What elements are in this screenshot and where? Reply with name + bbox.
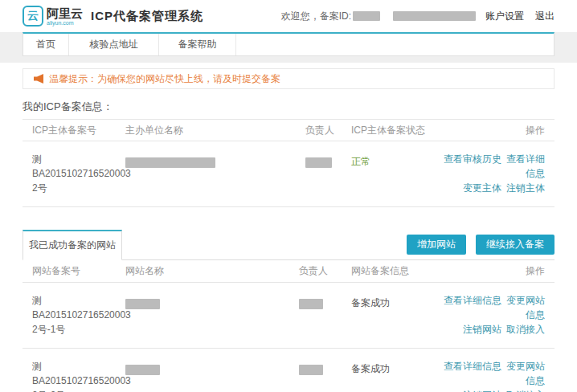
app-header: 云 阿里云 aliyun.com ICP代备案管理系统 欢迎您，备案ID: 账户… <box>0 0 577 32</box>
site-status: 备案成功 <box>351 359 440 376</box>
site-name-cell <box>125 293 299 309</box>
subject-record-no: 测BA20151027165200032号 <box>23 152 125 195</box>
brand-text: 阿里云 aliyun.com <box>47 7 83 26</box>
col-operations: 操作 <box>440 264 554 278</box>
nav-item-home[interactable]: 首页 <box>23 34 69 55</box>
main-nav: 首页 核验点地址 备案帮助 <box>23 32 554 56</box>
site-actions: 查看详细信息变更网站信息注销网站取消接入 <box>440 359 554 392</box>
brand-name: 阿里云 <box>47 7 83 19</box>
change-site-info-link[interactable]: 变更网站信息 <box>506 295 545 321</box>
record-no-line: 测BA2015102716520003 <box>32 359 125 388</box>
redacted-person-name <box>305 157 332 168</box>
redacted-site-name <box>125 299 160 309</box>
subject-actions: 查看审核历史查看详细信息变更主体注销主体 <box>440 152 554 195</box>
redacted-account-name <box>393 11 476 21</box>
record-no-line: 2号-2号 <box>32 388 125 392</box>
person-cell <box>299 359 351 375</box>
continue-access-filing-button[interactable]: 继续接入备案 <box>476 235 554 255</box>
col-organizer-name: 主办单位名称 <box>125 124 305 137</box>
site-record-no: 测BA20151027165200032号-1号 <box>23 293 125 337</box>
nav-item-filing-help[interactable]: 备案帮助 <box>159 34 236 55</box>
cancel-subject-link[interactable]: 注销主体 <box>506 182 545 194</box>
site-actions: 查看详细信息变更网站信息注销网站取消接入 <box>440 293 554 337</box>
aliyun-logo-icon: 云 <box>23 6 43 27</box>
subject-row: 测BA20151027165200032号 正常 查看审核历史查看详细信息变更主… <box>23 141 554 207</box>
notice-bar: 温馨提示：为确保您的网站尽快上线，请及时提交备案 <box>23 68 554 89</box>
col-operations: 操作 <box>440 124 554 137</box>
organizer-name-cell <box>125 152 305 168</box>
sites-table: 网站备案号 网站名称 负责人 网站备案信息 操作 测BA201510271652… <box>23 260 554 392</box>
page-title: ICP代备案管理系统 <box>91 9 203 24</box>
redacted-backup-id <box>353 11 380 21</box>
subject-table: ICP主体备案号 主办单位名称 负责人 ICP主体备案状态 操作 测BA2015… <box>23 119 554 207</box>
col-site-record-no: 网站备案号 <box>23 264 125 278</box>
view-details-link[interactable]: 查看详细信息 <box>506 153 545 179</box>
sites-table-header: 网站备案号 网站名称 负责人 网站备案信息 操作 <box>23 260 554 283</box>
redacted-site-name <box>125 365 160 375</box>
megaphone-icon <box>33 73 44 84</box>
header-right: 欢迎您，备案ID: 账户设置 退出 <box>281 10 554 23</box>
notice-text: 温馨提示：为确保您的网站尽快上线，请及时提交备案 <box>49 72 280 86</box>
cancel-site-link[interactable]: 注销网站 <box>463 324 501 335</box>
cancel-access-link[interactable]: 取消接入 <box>506 324 545 335</box>
aliyun-brand[interactable]: 云 阿里云 aliyun.com <box>23 6 83 27</box>
col-person-in-charge: 负责人 <box>299 264 351 278</box>
person-cell <box>305 152 351 168</box>
sites-tabs-row: 我已成功备案的网站 增加网站 继续接入备案 <box>23 230 554 260</box>
record-no-line: 2号-1号 <box>32 322 125 337</box>
site-record-no: 测BA20151027165200032号-2号 <box>23 359 125 392</box>
subject-status-badge: 正常 <box>351 152 440 169</box>
welcome-text: 欢迎您，备案ID: <box>281 10 351 23</box>
brand-domain: aliyun.com <box>47 20 83 26</box>
nav-item-verification-address[interactable]: 核验点地址 <box>69 34 159 55</box>
view-details-link[interactable]: 查看详细信息 <box>444 295 501 306</box>
change-subject-link[interactable]: 变更主体 <box>463 182 501 194</box>
col-site-name: 网站名称 <box>125 264 299 278</box>
tab-successful-sites[interactable]: 我已成功备案的网站 <box>23 230 122 260</box>
col-subject-status: ICP主体备案状态 <box>351 124 440 137</box>
record-no-line: 测BA2015102716520003 <box>32 152 125 181</box>
add-website-button[interactable]: 增加网站 <box>407 235 466 255</box>
site-name-cell <box>125 359 299 375</box>
record-no-line: 测BA2015102716520003 <box>32 293 125 322</box>
col-subject-record-no: ICP主体备案号 <box>23 124 125 137</box>
redacted-organizer-name <box>125 157 215 168</box>
subject-table-header: ICP主体备案号 主办单位名称 负责人 ICP主体备案状态 操作 <box>23 119 554 141</box>
change-site-info-link[interactable]: 变更网站信息 <box>506 361 545 386</box>
nav-band: 首页 核验点地址 备案帮助 <box>0 32 577 63</box>
site-row: 测BA20151027165200032号-1号 备案成功 查看详细信息变更网站… <box>23 283 554 349</box>
view-audit-history-link[interactable]: 查看审核历史 <box>444 153 501 165</box>
record-no-line: 2号 <box>32 181 125 195</box>
account-settings-link[interactable]: 账户设置 <box>485 10 524 23</box>
site-status: 备案成功 <box>351 293 440 310</box>
col-site-filing-info: 网站备案信息 <box>351 264 440 278</box>
logout-link[interactable]: 退出 <box>535 10 554 23</box>
subject-section-title: 我的ICP备案信息： <box>23 100 554 114</box>
logo-glyph: 云 <box>27 9 39 23</box>
view-details-link[interactable]: 查看详细信息 <box>444 361 501 372</box>
redacted-person-name <box>299 365 323 375</box>
redacted-person-name <box>299 299 323 309</box>
site-row: 测BA20151027165200032号-2号 备案成功 查看详细信息变更网站… <box>23 349 554 392</box>
person-cell <box>299 293 351 309</box>
col-person-in-charge: 负责人 <box>305 124 351 137</box>
